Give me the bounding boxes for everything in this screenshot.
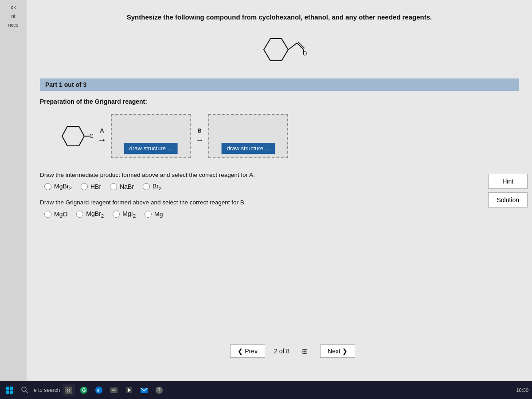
option-a-mgbr2[interactable]: MgBr2 [44,183,72,191]
svg-rect-11 [6,391,9,394]
option-b-mg[interactable]: Mg [145,211,163,218]
taskbar-icon-1[interactable]: G [63,384,75,396]
radio-b-mgbr2[interactable] [76,211,83,218]
search-icon [21,387,28,394]
radio-a-hbr[interactable] [81,183,88,190]
next-label: Next [328,348,340,355]
question-b-text: Draw the Grignard reagent formed above a… [40,199,519,206]
taskbar-icon-2[interactable]: G [78,384,90,396]
prev-label: Prev [245,348,258,355]
svg-marker-0 [264,39,288,61]
target-molecule-svg: O [250,30,308,70]
svg-marker-6 [62,126,84,146]
option-b-mgbr2[interactable]: MgBr2 [76,210,104,219]
page-total: 8 [286,348,289,355]
radio-b-mg[interactable] [145,211,152,218]
option-b-mgo[interactable]: MgO [44,211,67,218]
page-info: 2 of 8 [274,348,289,355]
svg-rect-12 [10,391,13,394]
radio-a-mgbr2[interactable] [44,183,51,190]
right-panel-buttons: Hint Solution [488,174,532,207]
arrow-a-sym: → [98,135,106,145]
svg-text:OH: OH [90,133,93,139]
sidebar-label-ok: ok [11,4,16,10]
radio-group-a: MgBr2 HBr NaBr Br2 [40,183,519,191]
taskbar-icon-3[interactable]: e [93,384,105,396]
label-a-nabr: NaBr [120,183,134,190]
sidebar-label-nt: nt [11,13,15,19]
draw-structure-a-button[interactable]: draw structure ... [124,143,178,154]
radio-group-b: MgO MgBr2 MgI2 Mg [40,210,519,219]
left-sidebar: ok nt nces [0,0,27,399]
prev-button[interactable]: ❮ Prev [230,344,265,358]
label-b-mgo: MgO [54,211,67,218]
taskbar-app-icon-4 [110,386,118,395]
svg-rect-22 [112,389,116,390]
taskbar: e to search G G e [0,381,532,399]
taskbar-app-icon-7: ? [155,386,164,395]
arrow-a-box: A → [98,127,106,145]
svg-text:e: e [97,388,100,393]
arrow-b-sym: → [195,135,204,145]
taskbar-app-icon-2: G [79,386,88,395]
windows-start-button[interactable] [4,384,16,396]
question-a-block: Draw the intermediate product formed abo… [40,172,519,191]
svg-rect-23 [112,390,115,391]
option-a-br2[interactable]: Br2 [143,183,161,191]
taskbar-edge-icon: e [94,386,103,395]
draw-structure-b-button[interactable]: draw structure ... [222,143,275,154]
cyclohexanol-molecule: OH [53,118,93,154]
question-b-block: Draw the Grignard reagent formed above a… [40,199,519,219]
radio-a-br2[interactable] [143,183,150,190]
radio-b-mgi2[interactable] [113,211,120,218]
section-title: Preparation of the Grignard reagent: [40,98,519,105]
prev-chevron-icon: ❮ [238,348,243,355]
taskbar-icon-6[interactable] [138,384,150,396]
svg-point-13 [22,387,26,391]
option-a-nabr[interactable]: NaBr [110,183,134,190]
part-header: Part 1 out of 3 [40,78,519,91]
taskbar-app-icon-1: G [64,386,73,395]
label-a-hbr: HBr [90,183,101,190]
hint-button[interactable]: Hint [488,174,528,189]
page-current: 2 [274,348,278,355]
svg-text:?: ? [158,388,160,393]
reaction-diagram: OH A → draw structure ... B → draw struc… [40,114,519,158]
taskbar-app-icon-5 [125,386,133,395]
label-a-br2: Br2 [153,183,161,191]
taskbar-search-button[interactable] [19,384,31,396]
page-of: of [279,348,286,355]
taskbar-time: 10:30 [516,387,528,393]
svg-rect-9 [6,387,9,390]
cyclohexanol-svg: OH [53,118,93,154]
label-a-mgbr2: MgBr2 [54,183,72,191]
windows-logo-icon [6,386,14,394]
draw-box-b[interactable]: draw structure ... [208,114,288,158]
draw-box-a[interactable]: draw structure ... [111,114,191,158]
target-molecule-display: O [40,30,519,70]
grid-icon: ⊞ [302,347,308,356]
next-chevron-icon: ❯ [342,348,348,355]
option-b-mgi2[interactable]: MgI2 [113,210,136,219]
main-content: Synthesize the following compound from c… [27,0,532,381]
taskbar-right: 10:30 [516,387,528,393]
question-a-text: Draw the intermediate product formed abo… [40,172,519,178]
taskbar-icon-5[interactable] [123,384,135,396]
label-b-mg: Mg [154,211,163,218]
option-a-hbr[interactable]: HBr [81,183,101,190]
taskbar-search-label[interactable]: e to search [34,387,60,393]
next-button[interactable]: Next ❯ [320,344,355,358]
svg-line-14 [26,391,28,393]
solution-button[interactable]: Solution [488,192,528,207]
arrow-b-label: B [197,127,201,134]
radio-b-mgo[interactable] [44,211,51,218]
label-b-mgi2: MgI2 [122,210,136,219]
taskbar-mail-icon [140,386,149,395]
radio-a-nabr[interactable] [110,183,117,190]
arrow-b-box: B → [195,127,204,145]
svg-text:G: G [66,388,70,393]
arrow-a-label: A [100,127,104,134]
taskbar-icon-7[interactable]: ? [153,384,165,396]
svg-rect-10 [10,387,13,390]
taskbar-icon-4[interactable] [108,384,120,396]
